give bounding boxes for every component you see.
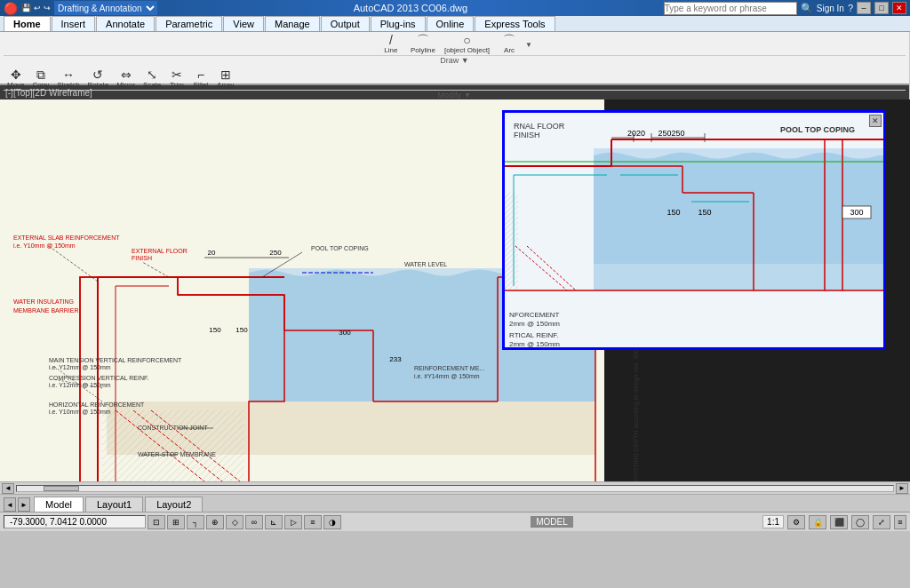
polar-btn[interactable]: ⊕ — [206, 515, 224, 529]
polyline-btn[interactable]: ⌒ Polyline — [407, 34, 439, 55]
stretch-btn[interactable]: ↔ Stretch — [53, 68, 83, 90]
workspace-btn[interactable]: ⚙ — [787, 515, 805, 529]
svg-text:WATER-STOP MEMBRANE: WATER-STOP MEMBRANE — [138, 451, 216, 457]
array-btn[interactable]: ⊞ Array — [213, 68, 237, 90]
tab-output[interactable]: Output — [321, 16, 370, 31]
tab-plugins[interactable]: Plug-ins — [371, 16, 426, 31]
tab-parametric[interactable]: Parametric — [156, 16, 222, 31]
svg-text:300: 300 — [850, 208, 863, 217]
hardware-btn[interactable]: ⬛ — [830, 515, 848, 529]
status-right: 1:1 ⚙ 🔒 ⬛ ◯ ⤢ ≡ — [762, 515, 906, 529]
otrack-btn[interactable]: ∞ — [245, 515, 263, 529]
help-icon[interactable]: ? — [848, 3, 853, 13]
fillet-icon: ⌐ — [197, 68, 204, 81]
dyn-btn[interactable]: ▷ — [284, 515, 302, 529]
overlay-close-btn[interactable]: ✕ — [869, 115, 882, 127]
arc-icon: ⌒ — [503, 34, 515, 46]
svg-text:i.e. #Y14mm @ 150mm: i.e. #Y14mm @ 150mm — [414, 373, 480, 379]
svg-text:150: 150 — [667, 208, 680, 217]
fullscreen-btn[interactable]: ⤢ — [873, 515, 890, 529]
svg-text:MAIN TENSION VERTICAL REINFORC: MAIN TENSION VERTICAL REINFORCEMENT — [49, 357, 182, 363]
svg-text:EXTERNAL SLAB REINFORCEMENT: EXTERNAL SLAB REINFORCEMENT — [13, 234, 120, 241]
svg-text:POOL TOP COPING: POOL TOP COPING — [311, 245, 369, 251]
svg-text:i.e. Y12mm @ 150mm: i.e. Y12mm @ 150mm — [49, 382, 111, 388]
zoom-overlay-box: 20 250 20 250 POOL TOP COPING RNAL FLOOR… — [502, 110, 886, 350]
lockui-btn[interactable]: 🔒 — [809, 515, 826, 529]
fillet-btn[interactable]: ⌐ Fillet — [189, 68, 212, 90]
svg-text:i.e. Y12mm @ 150mm: i.e. Y12mm @ 150mm — [49, 364, 111, 370]
tab-nav-left[interactable]: ◄ — [4, 497, 16, 512]
search-icon[interactable]: 🔍 — [801, 3, 813, 14]
arc-btn[interactable]: ⌒ Arc — [495, 34, 523, 55]
ribbon-tabs: Home Insert Annotate Parametric View Man… — [0, 16, 910, 32]
ucs-btn[interactable]: ⊾ — [265, 515, 283, 529]
svg-text:i.e. Y10mm @ 150mm: i.e. Y10mm @ 150mm — [13, 242, 76, 249]
transparency-btn[interactable]: ◑ — [323, 515, 341, 529]
mirror-btn[interactable]: ⇔ Mirror — [113, 68, 139, 90]
tab-insert[interactable]: Insert — [52, 16, 96, 31]
maximize-btn[interactable]: □ — [874, 2, 889, 14]
title-undo-btn[interactable]: ↩ — [34, 4, 41, 12]
svg-text:FINISH: FINISH — [132, 255, 152, 261]
polyline-icon: ⌒ — [417, 34, 429, 46]
tab-express[interactable]: Express Tools — [475, 16, 555, 31]
osnap-btn[interactable]: ◇ — [226, 515, 243, 529]
workspace-selector[interactable]: Drafting & Annotation — [54, 1, 157, 15]
copy-btn[interactable]: ⧉ Copy — [29, 68, 53, 90]
title-qat-btn[interactable]: 💾 — [21, 4, 31, 12]
horizontal-scrollbar[interactable]: ◄ ► — [0, 481, 910, 494]
ortho-btn[interactable]: ┐ — [187, 515, 204, 529]
svg-text:233: 233 — [389, 355, 402, 363]
scroll-right-btn[interactable]: ► — [896, 483, 908, 494]
tab-online[interactable]: Online — [427, 16, 475, 31]
sign-in-btn[interactable]: Sign In — [817, 4, 844, 13]
annotation-scale[interactable]: 1:1 — [762, 515, 784, 528]
rotate-btn[interactable]: ↺ Rotate — [84, 68, 113, 90]
move-btn[interactable]: ✥ Move — [4, 68, 28, 90]
svg-text:NFORCEMENT: NFORCEMENT — [509, 311, 560, 319]
search-input[interactable] — [664, 2, 797, 15]
svg-text:150: 150 — [698, 208, 711, 217]
trim-btn[interactable]: ✂ Trim — [165, 68, 188, 90]
draw-expand-btn[interactable]: ▼ — [525, 41, 532, 49]
minimize-btn[interactable]: – — [857, 2, 871, 14]
title-bar: 🔴 💾 ↩ ↪ Drafting & Annotation AutoCAD 20… — [0, 0, 910, 16]
scale-btn[interactable]: ⤡ Scale — [140, 68, 164, 90]
scroll-thumb[interactable] — [44, 486, 79, 491]
customization-btn[interactable]: ≡ — [894, 515, 906, 529]
tab-layout2[interactable]: Layout2 — [145, 497, 203, 512]
tab-nav-right[interactable]: ► — [18, 497, 30, 512]
tab-layout1[interactable]: Layout1 — [85, 497, 143, 512]
svg-rect-26 — [102, 410, 244, 481]
tab-manage[interactable]: Manage — [265, 16, 320, 31]
tab-view[interactable]: View — [223, 16, 264, 31]
close-btn[interactable]: ✕ — [892, 2, 906, 14]
drawing-canvas[interactable]: 20 250 150 150 300 233 CONCRETE C — [0, 99, 910, 481]
toolbar: / Line ⌒ Polyline ○ [object Object] ⌒ Ar… — [0, 32, 910, 85]
title-redo-btn[interactable]: ↪ — [44, 4, 51, 12]
rotate-icon: ↺ — [92, 68, 103, 81]
app-icon: 🔴 — [4, 2, 18, 15]
trim-icon: ✂ — [172, 68, 182, 81]
svg-text:WATER INSULATING: WATER INSULATING — [13, 298, 74, 305]
tab-annotate[interactable]: Annotate — [96, 16, 155, 31]
circle-btn[interactable]: ○ [object Object] — [441, 34, 493, 55]
circle-icon: ○ — [463, 34, 470, 46]
grid-btn[interactable]: ⊞ — [167, 515, 185, 529]
scroll-left-btn[interactable]: ◄ — [2, 483, 14, 494]
lineweight-btn[interactable]: ≡ — [304, 515, 322, 529]
line-btn[interactable]: / Line — [377, 34, 405, 55]
svg-text:250: 250 — [269, 249, 282, 257]
isolate-btn[interactable]: ◯ — [851, 515, 869, 529]
model-label: MODEL — [531, 516, 573, 528]
title-left: 🔴 💾 ↩ ↪ Drafting & Annotation — [4, 1, 157, 15]
move-icon: ✥ — [11, 68, 21, 81]
tab-home[interactable]: Home — [4, 16, 51, 31]
status-left: -79.3000, 7.0412 0.0000 ⊡ ⊞ ┐ ⊕ ◇ ∞ ⊾ ▷ … — [4, 515, 341, 529]
svg-text:MEMBRANE BARRIER: MEMBRANE BARRIER — [13, 307, 79, 314]
snap-btn[interactable]: ⊡ — [148, 515, 165, 529]
tab-model[interactable]: Model — [34, 497, 84, 512]
bottom-tabs: ◄ ► Model Layout1 Layout2 — [0, 494, 910, 512]
scroll-track[interactable] — [16, 485, 894, 492]
svg-text:FOOTING DEPTH according to des: FOOTING DEPTH according to design min. 3… — [633, 338, 640, 481]
